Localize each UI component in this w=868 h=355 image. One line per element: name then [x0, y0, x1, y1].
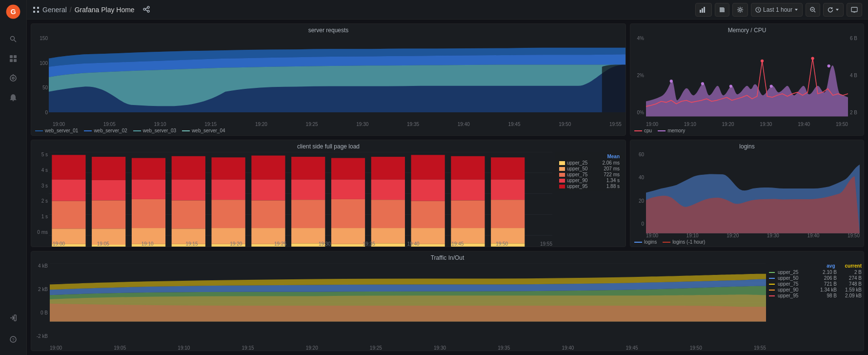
legend-logins-minus1[interactable]: logins (-1 hour) [663, 239, 705, 245]
legend-memory-label: memory [667, 128, 685, 133]
client-side-legend: Mean upper_25 2.06 ms upper_50 207 ms [555, 152, 624, 191]
svg-rect-103 [491, 180, 525, 200]
traffic-row-75[interactable]: upper_75 721 B 748 B [769, 281, 862, 287]
settings-button[interactable] [732, 3, 748, 17]
svg-rect-72 [251, 156, 285, 180]
legend-upper25-value: 2.06 ms [602, 160, 620, 166]
legend-web-server-01[interactable]: web_server_01 [35, 128, 78, 133]
svg-rect-74 [251, 200, 285, 228]
svg-rect-54 [92, 200, 125, 229]
svg-rect-64 [172, 200, 205, 229]
legend-upper-95[interactable]: upper_95 1.88 s [559, 184, 620, 189]
svg-rect-58 [132, 180, 165, 199]
svg-rect-18 [37, 11, 39, 13]
legend-upper90-color [559, 179, 565, 183]
traffic-legend-avg-header: avg [827, 263, 835, 269]
add-panel-button[interactable] [695, 3, 712, 17]
traffic-75-current: 748 B [840, 281, 862, 287]
traffic-row-50[interactable]: upper_50 206 B 274 B [769, 275, 862, 281]
legend-web-server-03[interactable]: web_server_03 [133, 128, 176, 133]
sidebar-item-search[interactable] [4, 30, 22, 48]
breadcrumb-current: Grafana Play Home [75, 6, 135, 14]
svg-point-37 [701, 82, 704, 85]
svg-point-8 [10, 75, 16, 81]
traffic-row-95[interactable]: upper_95 98 B 2.09 kB [769, 293, 862, 298]
legend-upper90-value: 1.34 s [606, 178, 620, 183]
refresh-icon [828, 7, 833, 13]
refresh-button[interactable] [823, 3, 844, 17]
traffic-25-color [769, 272, 775, 273]
svg-rect-24 [700, 10, 701, 13]
sidebar-item-explore[interactable] [4, 69, 22, 87]
tv-mode-button[interactable] [847, 3, 862, 17]
sidebar-bottom: ? [4, 308, 22, 349]
legend-cpu[interactable]: cpu [634, 128, 652, 133]
svg-rect-78 [291, 180, 325, 200]
chevron-down-icon [794, 8, 798, 12]
legend-upper50-color [559, 167, 565, 171]
traffic-25-avg: 2.10 B [810, 270, 837, 275]
grafana-logo[interactable]: G [5, 4, 21, 20]
svg-rect-16 [37, 7, 39, 9]
traffic-95-label: upper_95 [778, 293, 807, 298]
svg-rect-98 [451, 180, 484, 201]
zoom-out-button[interactable] [806, 3, 820, 17]
legend-upper-75[interactable]: upper_75 722 ms [559, 172, 620, 177]
save-dashboard-button[interactable] [715, 3, 729, 17]
memory-cpu-panel: Memory / CPU 4%2%0% 6 B4 B2 B [630, 23, 864, 136]
x-axis-traffic: 19:0019:0519:1019:1519:2019:2519:3019:35… [50, 345, 766, 351]
legend-memory[interactable]: memory [658, 128, 685, 133]
sidebar-item-help[interactable]: ? [4, 331, 22, 348]
legend-label-02: web_server_02 [94, 128, 127, 133]
legend-upper-25[interactable]: upper_25 2.06 ms [559, 160, 620, 166]
svg-rect-52 [92, 157, 125, 180]
svg-line-22 [145, 8, 147, 9]
svg-point-40 [828, 64, 830, 67]
traffic-svg [50, 263, 766, 322]
traffic-50-current: 274 B [840, 275, 862, 281]
server-requests-legend: web_server_01 web_server_02 web_server_0… [31, 127, 626, 135]
traffic-90-avg: 1.34 kB [810, 287, 837, 292]
time-range-button[interactable]: Last 1 hour [751, 3, 803, 17]
svg-text:?: ? [12, 337, 14, 342]
sidebar-item-dashboards[interactable] [4, 50, 22, 67]
server-requests-chart: 150100500 19:0019:0519:1019:1519:2019:25… [31, 34, 626, 127]
legend-upper-90[interactable]: upper_90 1.34 s [559, 178, 620, 183]
legend-memory-color [658, 130, 666, 131]
x-axis-logins: 19:0019:1019:2019:3019:4019:50 [646, 233, 860, 238]
traffic-50-label: upper_50 [778, 275, 807, 281]
traffic-25-current: 2 B [840, 270, 862, 275]
legend-logins-1h-color [663, 242, 670, 243]
x-axis-client: 19:0019:0519:1019:1519:2019:2519:3019:35… [53, 241, 552, 247]
legend-logins-label: logins [644, 239, 657, 245]
svg-rect-99 [451, 200, 484, 228]
share-icon[interactable] [142, 5, 151, 14]
breadcrumb-home[interactable]: General [42, 6, 67, 14]
tv-icon [851, 7, 858, 13]
svg-rect-17 [33, 11, 35, 13]
svg-point-9 [12, 77, 14, 79]
legend-label-01: web_server_01 [45, 128, 78, 133]
traffic-75-color [769, 284, 775, 285]
traffic-row-25[interactable]: upper_25 2.10 B 2 B [769, 270, 862, 275]
sidebar-item-signin[interactable] [4, 309, 22, 327]
traffic-row-90[interactable]: upper_90 1.34 kB 1.59 kB [769, 287, 862, 292]
memory-cpu-svg [646, 36, 848, 117]
topbar-right: Last 1 hour [695, 3, 862, 17]
svg-rect-32 [851, 7, 857, 12]
sidebar-item-alerting[interactable] [4, 89, 22, 106]
traffic-legend: avg current upper_25 2.10 B 2 B upper_50… [769, 263, 862, 299]
traffic-75-avg: 721 B [810, 281, 837, 287]
legend-logins[interactable]: logins [634, 239, 657, 245]
svg-line-23 [145, 10, 147, 11]
y-axis-logins: 6040200 [630, 150, 645, 229]
legend-upper-50[interactable]: upper_50 207 ms [559, 166, 620, 171]
legend-web-server-02[interactable]: web_server_02 [84, 128, 127, 133]
svg-line-31 [814, 11, 816, 12]
traffic-50-color [769, 278, 775, 279]
chevron-down-icon-refresh [835, 8, 839, 12]
svg-rect-97 [451, 156, 484, 180]
legend-color-01 [35, 130, 43, 131]
clock-icon [755, 7, 761, 13]
legend-web-server-04[interactable]: web_server_04 [182, 128, 225, 133]
